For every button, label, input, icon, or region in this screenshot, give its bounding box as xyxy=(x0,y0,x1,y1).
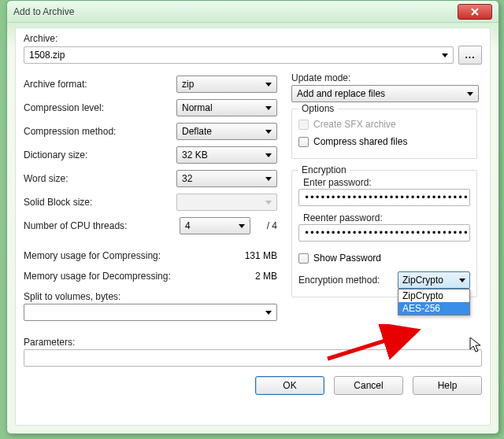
compress-shared-checkbox[interactable] xyxy=(298,137,309,147)
enter-password-input[interactable]: •••••••••••••••••••••••••••••••••••••••• xyxy=(298,189,470,206)
chevron-down-icon xyxy=(467,92,473,96)
compression-level-label: Compression level: xyxy=(24,102,159,113)
options-legend: Options xyxy=(298,103,337,114)
encryption-legend: Encryption xyxy=(298,164,350,175)
dictionary-size-value: 32 KB xyxy=(182,149,208,160)
chevron-down-icon xyxy=(442,53,448,57)
chevron-down-icon xyxy=(459,279,465,282)
encryption-method-combo[interactable]: ZipCrypto xyxy=(398,271,470,289)
encryption-option-aes256[interactable]: AES-256 xyxy=(398,302,469,315)
compression-level-combo[interactable]: Normal xyxy=(176,99,277,116)
chevron-down-icon xyxy=(265,153,272,157)
reenter-password-value: •••••••••••••••••••••••••••••••••••••••• xyxy=(304,227,470,238)
chevron-down-icon xyxy=(265,83,272,87)
create-sfx-label: Create SFX archive xyxy=(313,119,396,130)
chevron-down-icon xyxy=(265,311,272,315)
enter-password-value: •••••••••••••••••••••••••••••••••••••••• xyxy=(304,192,470,203)
chevron-down-icon xyxy=(239,224,245,228)
mem-compress-value: 131 MB xyxy=(245,250,277,261)
cpu-threads-label: Number of CPU threads: xyxy=(24,220,159,231)
compression-method-value: Deflate xyxy=(182,126,212,137)
parameters-label: Parameters: xyxy=(24,337,75,348)
reenter-password-input[interactable]: •••••••••••••••••••••••••••••••••••••••• xyxy=(298,224,470,242)
titlebar[interactable]: Add to Archive xyxy=(7,1,498,23)
dialog-content: Archive: 1508.zip ... Archive format: zi… xyxy=(15,28,491,426)
chevron-down-icon xyxy=(265,130,272,134)
archive-path-value: 1508.zip xyxy=(29,50,65,61)
window-title: Add to Archive xyxy=(13,6,74,17)
encryption-method-dropdown: ZipCrypto AES-256 xyxy=(398,289,470,315)
archive-format-label: Archive format: xyxy=(24,79,159,90)
chevron-down-icon xyxy=(265,106,272,110)
cpu-threads-total: / 4 xyxy=(255,220,277,231)
help-button[interactable]: Help xyxy=(413,376,482,395)
browse-button[interactable]: ... xyxy=(458,46,482,65)
word-size-label: Word size: xyxy=(24,173,159,184)
cancel-button[interactable]: Cancel xyxy=(334,376,403,395)
archive-format-value: zip xyxy=(182,79,194,90)
dictionary-size-combo[interactable]: 32 KB xyxy=(176,146,277,164)
cancel-label: Cancel xyxy=(354,380,383,391)
create-sfx-checkbox xyxy=(298,120,309,130)
show-password-label: Show Password xyxy=(313,253,381,264)
encryption-method-value: ZipCrypto xyxy=(402,275,443,286)
archive-format-combo[interactable]: zip xyxy=(176,76,277,93)
cpu-threads-value: 4 xyxy=(185,220,191,231)
close-button[interactable] xyxy=(458,4,492,20)
compression-level-value: Normal xyxy=(182,102,213,113)
parameters-input[interactable] xyxy=(24,349,482,367)
browse-label: ... xyxy=(465,50,475,61)
mem-decompress-value: 2 MB xyxy=(255,271,277,282)
update-mode-value: Add and replace files xyxy=(297,88,385,99)
left-column: Archive format: zip Compression level: N… xyxy=(24,72,277,321)
mem-decompress-label: Memory usage for Decompressing: xyxy=(24,271,171,282)
archive-label: Archive: xyxy=(24,33,482,44)
show-password-checkbox[interactable] xyxy=(298,253,309,264)
split-volumes-combo[interactable] xyxy=(24,304,277,321)
word-size-value: 32 xyxy=(182,173,192,184)
encryption-option-zipcrypto[interactable]: ZipCrypto xyxy=(398,290,469,302)
enter-password-label: Enter password: xyxy=(303,177,470,188)
word-size-combo[interactable]: 32 xyxy=(176,170,277,187)
mem-compress-label: Memory usage for Compressing: xyxy=(24,250,161,261)
update-mode-label: Update mode: xyxy=(291,72,477,83)
ok-label: OK xyxy=(283,380,296,391)
archive-path-combo[interactable]: 1508.zip xyxy=(24,46,454,64)
ok-button[interactable]: OK xyxy=(255,376,324,395)
solid-block-combo xyxy=(176,194,277,211)
compression-method-label: Compression method: xyxy=(24,126,159,137)
encryption-method-label: Encryption method: xyxy=(298,275,380,286)
solid-block-label: Solid Block size: xyxy=(24,197,159,208)
compress-shared-label: Compress shared files xyxy=(313,136,407,147)
dictionary-size-label: Dictionary size: xyxy=(24,149,159,160)
chevron-down-icon xyxy=(265,201,272,205)
split-label: Split to volumes, bytes: xyxy=(24,291,120,302)
right-column: Update mode: Add and replace files Optio… xyxy=(291,72,477,321)
update-mode-combo[interactable]: Add and replace files xyxy=(291,85,479,102)
encryption-group: Encryption Enter password: •••••••••••••… xyxy=(291,170,477,297)
compression-method-combo[interactable]: Deflate xyxy=(176,123,277,140)
close-icon xyxy=(471,8,479,16)
add-to-archive-window: Add to Archive Archive: 1508.zip ... Arc… xyxy=(6,0,499,434)
options-group: Options Create SFX archive Compress shar… xyxy=(291,109,477,159)
reenter-password-label: Reenter password: xyxy=(303,212,470,223)
help-label: Help xyxy=(438,380,458,391)
cpu-threads-combo[interactable]: 4 xyxy=(180,217,250,234)
chevron-down-icon xyxy=(265,177,272,181)
